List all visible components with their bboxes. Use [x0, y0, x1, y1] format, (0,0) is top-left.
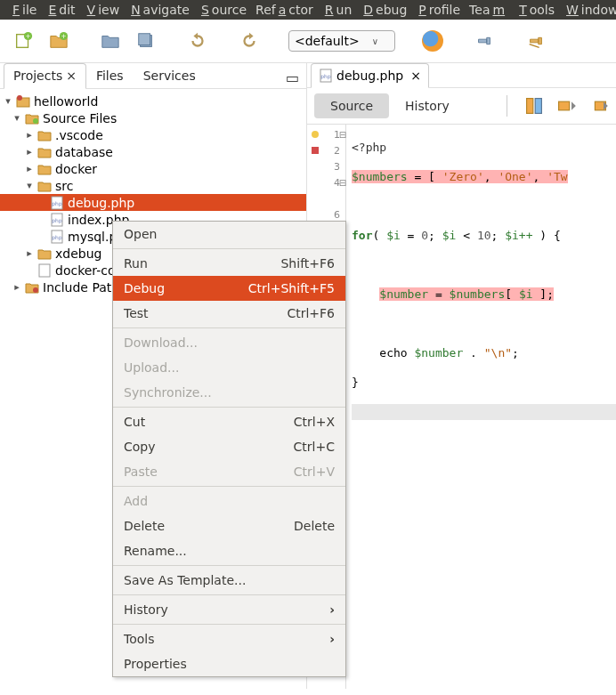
run-config-value: <default>: [295, 34, 360, 48]
svg-text:+: +: [25, 32, 30, 40]
menu-tools[interactable]: Tools: [514, 2, 557, 18]
php-file-icon: php: [50, 213, 64, 227]
menu-view[interactable]: View: [82, 2, 123, 18]
main-menubar: File Edit View Navigate Source Refactor …: [0, 0, 616, 20]
clean-build-icon[interactable]: [522, 27, 550, 55]
svg-rect-6: [139, 34, 150, 45]
menu-navigate[interactable]: Navigate: [126, 2, 192, 18]
fold-icon[interactable]: ⊟: [338, 130, 347, 140]
tab-projects[interactable]: Projects×: [4, 63, 86, 89]
chevron-right-icon: ›: [329, 602, 335, 617]
menu-window[interactable]: Window: [561, 2, 616, 18]
svg-rect-25: [312, 147, 319, 154]
tree-src[interactable]: ▾ src: [0, 177, 306, 194]
svg-text:php: php: [320, 73, 331, 80]
build-icon[interactable]: [470, 27, 498, 55]
ctx-cut[interactable]: CutCtrl+X: [113, 409, 345, 434]
context-menu: Open RunShift+F6 DebugCtrl+Shift+F5 Test…: [112, 221, 346, 677]
code-content[interactable]: <?php $numbers = [ 'Zero', 'One', 'Tw fo…: [346, 125, 616, 689]
folder-icon: [25, 280, 39, 295]
tree-root[interactable]: ▾ helloworld: [0, 93, 306, 109]
ctx-history[interactable]: History›: [113, 597, 345, 622]
php-file-icon: php: [50, 196, 64, 210]
separator: [113, 624, 345, 625]
folder-icon: [37, 179, 52, 193]
file-icon: [37, 263, 52, 278]
separator: [113, 565, 345, 566]
ctx-save-template[interactable]: Save As Template...: [113, 568, 345, 593]
ctx-debug[interactable]: DebugCtrl+Shift+F5: [113, 276, 345, 301]
left-pane-tabs: Projects× Files Services ▭: [0, 63, 306, 89]
menu-edit[interactable]: Edit: [43, 2, 77, 18]
tree-source-files[interactable]: ▾ Source Files: [0, 109, 306, 126]
bulb-icon[interactable]: [311, 130, 320, 139]
separator: [507, 95, 507, 117]
separator: [113, 486, 345, 487]
php-file-icon: php: [319, 69, 333, 83]
menu-team[interactable]: Team: [466, 2, 510, 18]
browser-icon[interactable]: [418, 27, 447, 55]
php-file-icon: php: [50, 230, 64, 244]
open-project-icon[interactable]: [96, 27, 125, 55]
nav-next-icon[interactable]: [588, 95, 609, 117]
svg-rect-16: [39, 264, 50, 277]
separator: [113, 407, 345, 408]
ctx-download: Download...: [113, 330, 345, 355]
menu-run[interactable]: Run: [320, 2, 354, 18]
menu-refactor[interactable]: Refactor: [253, 2, 316, 18]
svg-text:php: php: [52, 234, 62, 241]
ctx-test[interactable]: TestCtrl+F6: [113, 301, 345, 326]
menu-source[interactable]: Source: [196, 2, 249, 18]
diff-icon[interactable]: [523, 95, 545, 117]
redo-icon[interactable]: [235, 27, 263, 55]
save-all-icon[interactable]: [132, 27, 160, 55]
ctx-delete[interactable]: DeleteDelete: [113, 513, 345, 538]
folder-icon: [37, 145, 52, 159]
ctx-add: Add: [113, 489, 345, 513]
ctx-synchronize: Synchronize...: [113, 380, 345, 405]
chevron-down-icon: ∨: [372, 36, 378, 46]
undo-icon[interactable]: [183, 27, 212, 55]
ctx-copy[interactable]: CopyCtrl+C: [113, 434, 345, 459]
close-icon[interactable]: ×: [410, 69, 421, 83]
svg-text:+: +: [61, 32, 66, 40]
main-toolbar: + + <default> ∨: [0, 20, 616, 63]
menu-profile[interactable]: Profile: [413, 2, 463, 18]
new-project-icon[interactable]: +: [45, 27, 73, 55]
svg-rect-21: [535, 99, 541, 114]
svg-point-9: [33, 118, 38, 124]
folder-icon: [37, 246, 52, 261]
run-config-select[interactable]: <default> ∨: [288, 30, 395, 52]
tree-vscode[interactable]: ▸ .vscode: [0, 126, 306, 143]
new-file-icon[interactable]: +: [9, 27, 37, 55]
menu-debug[interactable]: Debug: [358, 2, 409, 18]
svg-rect-20: [527, 99, 533, 114]
tree-docker[interactable]: ▸ docker: [0, 160, 306, 177]
error-icon[interactable]: [311, 146, 320, 155]
nav-prev-icon[interactable]: [555, 95, 577, 117]
tree-database[interactable]: ▸ database: [0, 143, 306, 160]
svg-point-8: [17, 95, 22, 101]
folder-icon: [37, 128, 52, 142]
svg-text:php: php: [52, 217, 62, 224]
ctx-open[interactable]: Open: [113, 222, 345, 246]
close-icon[interactable]: ×: [66, 69, 77, 83]
tree-debug-php[interactable]: ▸ php debug.php: [0, 194, 306, 211]
editor-tab-debug-php[interactable]: php debug.php ×: [311, 63, 429, 88]
ctx-run[interactable]: RunShift+F6: [113, 251, 345, 276]
editor-toolbar: Source History: [307, 88, 616, 125]
editor-mode-source[interactable]: Source: [314, 93, 389, 118]
fold-icon[interactable]: ⊟: [338, 178, 347, 188]
editor-mode-history[interactable]: History: [389, 93, 466, 118]
ctx-rename[interactable]: Rename...: [113, 538, 345, 563]
svg-text:php: php: [52, 200, 62, 207]
editor-tabbar: php debug.php ×: [307, 63, 616, 88]
ctx-properties[interactable]: Properties: [113, 651, 345, 676]
ctx-tools[interactable]: Tools›: [113, 626, 345, 651]
tab-files[interactable]: Files: [86, 63, 134, 88]
tab-services[interactable]: Services: [134, 63, 206, 88]
chevron-right-icon: ›: [329, 632, 335, 646]
menu-file[interactable]: File: [7, 2, 39, 18]
minimize-icon[interactable]: ▭: [286, 69, 299, 86]
folder-icon: [37, 162, 52, 176]
